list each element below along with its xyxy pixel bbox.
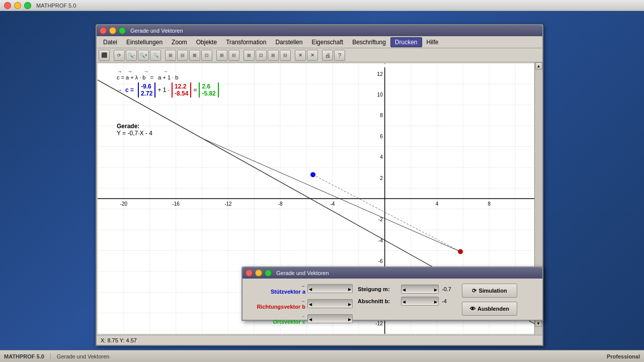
simulation-icon: ⟳ xyxy=(472,288,476,294)
stutzvektor-label: →Stützvektor a xyxy=(248,283,305,295)
dialog-max-btn[interactable] xyxy=(265,269,272,277)
matrix-c-val2: -5.82 xyxy=(202,90,215,97)
matrix-c-val1: 2.6 xyxy=(202,83,215,90)
status-bar: MATHPROF 5.0 Gerade und Vektoren Profess… xyxy=(0,350,644,362)
mw-close-btn[interactable] xyxy=(100,27,107,34)
main-window-titlebar: Gerade und Vektoren xyxy=(97,25,542,36)
op-plus-lambda: + 1 · xyxy=(157,86,170,94)
richtungsvektor-label: →Richtungsvektor b xyxy=(248,298,305,310)
tb-print[interactable]: 🖨 xyxy=(322,50,333,61)
coords-display: X: 8.75 Y: 4.57 xyxy=(101,337,137,343)
stutzvektor-arrow-right[interactable] xyxy=(348,285,351,292)
tb-close1[interactable]: ✕ xyxy=(295,50,306,61)
dialog-right: ⟳ Simulation 👁 Ausblenden xyxy=(462,284,517,316)
matrix-b-val2: -8.54 xyxy=(175,90,188,97)
abschnitt-arrow-left[interactable] xyxy=(403,298,406,305)
dialog-close-btn[interactable] xyxy=(246,269,253,277)
menu-beschriftung[interactable]: Beschriftung xyxy=(348,37,390,47)
op-equals: = xyxy=(193,86,197,94)
formula-matrix-row: → c = -9.6 2.72 + 1 · 12.2 -8.54 = 2.6 -… xyxy=(117,82,219,98)
tb-help[interactable]: ? xyxy=(334,50,345,61)
tb-btn9[interactable]: ⊞ xyxy=(268,50,279,61)
menu-transformation[interactable]: Transformation xyxy=(221,37,271,47)
abschnitt-slider[interactable] xyxy=(401,297,439,306)
menu-eigenschaft[interactable]: Eigenschaft xyxy=(307,37,348,47)
tb-close2[interactable]: ✕ xyxy=(307,50,318,61)
app-title: MATHPROF 5.0 xyxy=(36,3,76,9)
steigung-slider[interactable] xyxy=(401,285,439,294)
steigung-arrow-right[interactable] xyxy=(434,286,437,293)
tb-btn6[interactable]: ⊟ xyxy=(228,50,239,61)
status-app: MATHPROF 5.0 xyxy=(4,353,51,359)
tb-btn3[interactable]: ⊠ xyxy=(189,50,200,61)
tb-btn8[interactable]: ⊡ xyxy=(256,50,267,61)
status-edition: Professional xyxy=(607,353,640,359)
tb-btn2[interactable]: ⊟ xyxy=(177,50,188,61)
matrix-c: 2.6 -5.82 xyxy=(199,82,218,98)
dialog-content: →Stützvektor a →Richtungsvektor b →O xyxy=(243,279,542,329)
richtungsvektor-slider[interactable] xyxy=(307,299,353,308)
ausblenden-icon: 👁 xyxy=(470,306,475,312)
matrix-b-val1: 12.2 xyxy=(175,83,188,90)
gerade-label: Gerade: xyxy=(117,123,152,130)
tb-btn1[interactable]: ⊞ xyxy=(165,50,176,61)
tb-black-btn[interactable]: ⬛ xyxy=(99,50,110,61)
steigung-arrow-left[interactable] xyxy=(403,286,406,293)
status-title: Gerade und Vektoren xyxy=(57,353,607,359)
menu-drucken[interactable]: Drucken xyxy=(390,37,422,47)
ortsvektor-slider[interactable] xyxy=(307,314,353,323)
ortsvektor-arrow-right[interactable] xyxy=(348,315,351,322)
tb-btn7[interactable]: ⊠ xyxy=(244,50,255,61)
matrix-a-val2: 2.72 xyxy=(141,90,152,97)
stutzvektor-arrow-left[interactable] xyxy=(309,285,312,292)
abschnitt-arrow-right[interactable] xyxy=(434,298,437,305)
gerade-text: Gerade: Y = -0,7·X - 4 xyxy=(117,123,152,137)
mw-min-btn[interactable] xyxy=(109,27,116,34)
formula-overlay: → → → → c = a + λ · b = a + 1 · b → c = … xyxy=(117,68,219,98)
steigung-label: Steigung m: xyxy=(358,286,398,292)
ortsvektor-arrow-left[interactable] xyxy=(309,315,312,322)
menu-bar: Datei Einstellungen Zoom Objekte Transfo… xyxy=(97,36,542,48)
tb-zoom-btn[interactable]: 🔍 xyxy=(150,50,161,61)
richtungsvektor-arrow-right[interactable] xyxy=(348,300,351,307)
matrix-a: -9.6 2.72 xyxy=(138,82,155,98)
mw-max-btn[interactable] xyxy=(119,27,126,34)
menu-datei[interactable]: Datei xyxy=(99,37,122,47)
tb-btn4[interactable]: ⊡ xyxy=(201,50,212,61)
menu-hilfe[interactable]: Hilfe xyxy=(422,37,443,47)
menu-objekte[interactable]: Objekte xyxy=(192,37,221,47)
tb-btn10[interactable]: ⊟ xyxy=(280,50,291,61)
main-status-bar: X: 8.75 Y: 4.57 xyxy=(97,335,542,345)
simulation-button[interactable]: ⟳ Simulation xyxy=(462,284,517,298)
stutzvektor-slider[interactable] xyxy=(307,284,353,293)
dialog-gerade-vektoren: Gerade und Vektoren →Stützvektor a →Rich… xyxy=(242,266,543,321)
toolbar: ⬛ ⟳ 🔍- 🔍+ 🔍 ⊞ ⊟ ⊠ ⊡ ⊞ ⊟ ⊠ ⊡ ⊞ ⊟ ✕ ✕ 🖨 ? xyxy=(97,48,542,62)
ortsvektor-row: →Ortsvektor c xyxy=(248,313,353,325)
gerade-equation: Y = -0,7·X - 4 xyxy=(117,130,152,137)
close-btn[interactable] xyxy=(4,2,11,9)
dialog-min-btn[interactable] xyxy=(255,269,262,277)
dialog-titlebar: Gerade und Vektoren xyxy=(243,267,542,279)
tb-cursor-btn[interactable]: ⟳ xyxy=(114,50,125,61)
stutzvektor-row: →Stützvektor a xyxy=(248,283,353,295)
matrix-a-val1: -9.6 xyxy=(141,83,152,90)
menu-darstellen[interactable]: Darstellen xyxy=(271,37,307,47)
tb-zoom-in-btn[interactable]: 🔍+ xyxy=(138,50,149,61)
tb-btn5[interactable]: ⊞ xyxy=(216,50,227,61)
richtungsvektor-arrow-left[interactable] xyxy=(309,300,312,307)
abschnitt-value: -4 xyxy=(442,298,457,304)
formula-header: → → → → xyxy=(117,68,219,74)
abschnitt-row: Abschnitt b: -4 xyxy=(358,297,457,306)
tb-zoom-out-btn[interactable]: 🔍- xyxy=(126,50,137,61)
ortsvektor-label: →Ortsvektor c xyxy=(248,313,305,325)
dialog-left: →Stützvektor a →Richtungsvektor b →O xyxy=(248,283,353,325)
matrix-b: 12.2 -8.54 xyxy=(172,82,191,98)
steigung-value: -0.7 xyxy=(442,286,457,292)
dialog-title: Gerade und Vektoren xyxy=(276,270,329,276)
menu-zoom[interactable]: Zoom xyxy=(167,37,192,47)
maximize-btn[interactable] xyxy=(24,2,31,9)
minimize-btn[interactable] xyxy=(14,2,21,9)
formula-text: c = a + λ · b = a + 1 · b xyxy=(117,74,219,80)
ausblenden-button[interactable]: 👁 Ausblenden xyxy=(462,302,517,316)
menu-einstellungen[interactable]: Einstellungen xyxy=(122,37,167,47)
